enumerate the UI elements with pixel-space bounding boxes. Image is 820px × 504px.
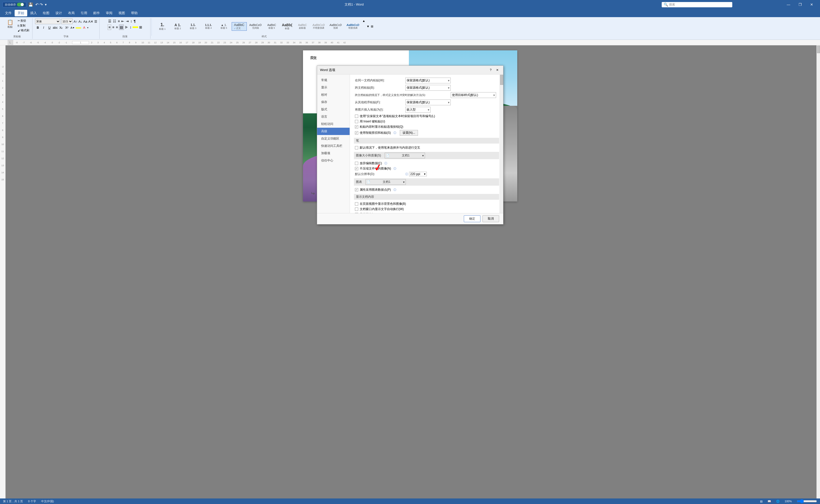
menu-references[interactable]: 引用 xyxy=(78,10,90,16)
increase-indent-button[interactable]: ⇥ xyxy=(125,19,129,24)
sidebar-item-proofing[interactable]: 校对 xyxy=(317,91,350,98)
cb-wrap[interactable] xyxy=(355,208,358,211)
bold-button[interactable]: B xyxy=(35,25,41,30)
menu-help[interactable]: 帮助 xyxy=(128,10,141,16)
save-icon[interactable]: 💾 xyxy=(28,2,33,7)
text-effect-button[interactable]: A✦ xyxy=(70,25,75,30)
dialog-help-button[interactable]: ? xyxy=(488,67,493,73)
menu-mailings[interactable]: 邮件 xyxy=(90,10,103,16)
same-doc-select[interactable]: 保留源格式(默认) ▾ xyxy=(405,78,451,83)
ruler-corner[interactable]: L xyxy=(10,41,11,44)
superscript-button[interactable]: X² xyxy=(64,25,70,30)
cb-pen[interactable] xyxy=(355,146,358,149)
font-color-button[interactable]: A xyxy=(81,25,87,30)
nocompress-info-icon[interactable]: ⓘ xyxy=(394,167,396,171)
menu-insert[interactable]: 插入 xyxy=(27,10,40,16)
font-color-arrow[interactable]: ▾ xyxy=(87,26,88,29)
style-title[interactable]: AaBb( 标题 xyxy=(280,22,295,31)
cut-button[interactable]: ✂ 剪切 xyxy=(17,19,30,23)
font-name-select[interactable]: 宋体 xyxy=(35,19,60,24)
sidebar-item-save[interactable]: 保存 xyxy=(317,98,350,106)
ok-button[interactable]: 确定 xyxy=(464,215,480,222)
sidebar-item-trustcenter[interactable]: 信任中心 xyxy=(317,157,350,164)
dialog-close-button[interactable]: ✕ xyxy=(495,67,500,73)
shading-button[interactable] xyxy=(132,26,138,28)
clear-format-icon[interactable]: A✕ xyxy=(88,20,93,23)
autosave-toggle[interactable]: 自动保存 xyxy=(3,2,26,7)
cb-datapoint[interactable] xyxy=(355,188,358,191)
undo-icon[interactable]: ↶ xyxy=(35,2,39,7)
borders-button[interactable]: ⊞ xyxy=(139,25,143,30)
justify-button[interactable]: ▤ xyxy=(119,24,124,30)
scrollbar-thumb[interactable] xyxy=(500,75,503,85)
cb-bg[interactable] xyxy=(355,202,358,206)
sidebar-item-advanced[interactable]: 高级 xyxy=(317,128,350,135)
setup-button[interactable]: 设置(N)... xyxy=(400,130,418,136)
style-subtle-em[interactable]: AaBbCcD 不明显强调 xyxy=(310,23,327,30)
decrease-indent-button[interactable]: ⇤ xyxy=(121,19,125,24)
sidebar-item-display[interactable]: 显示 xyxy=(317,84,350,91)
menu-review[interactable]: 审阅 xyxy=(103,10,115,16)
style-subtitle[interactable]: AaBbC 副标题 xyxy=(295,23,310,30)
sidebar-item-customize[interactable]: 自定义功能区 xyxy=(317,135,350,142)
menu-file[interactable]: 文件 xyxy=(2,10,15,16)
align-left-button[interactable]: ≡ xyxy=(108,24,111,30)
format-painter-button[interactable]: 🖌 格式刷 xyxy=(17,28,30,32)
sidebar-item-general[interactable]: 常规 xyxy=(317,77,350,84)
restore-button[interactable]: ❐ xyxy=(794,0,806,9)
change-case-icon[interactable]: Aa xyxy=(83,20,87,23)
redo-icon[interactable]: ↷ xyxy=(40,2,43,7)
cb-insert-key[interactable] xyxy=(355,120,358,123)
style-heading1[interactable]: 1. 标题 1 xyxy=(155,21,170,31)
doc-scrollbar[interactable] xyxy=(816,45,820,498)
style-intense-em[interactable]: AaBbCcD 明显强调 xyxy=(344,23,362,30)
sort-button[interactable]: ↕ xyxy=(130,19,132,24)
frame-info-icon[interactable]: ⓘ xyxy=(381,213,384,213)
sidebar-item-accessibility[interactable]: 轻松访问 xyxy=(317,120,350,128)
menu-design[interactable]: 设计 xyxy=(52,10,65,16)
discard-info-icon[interactable]: ⓘ xyxy=(384,161,387,165)
sidebar-item-language[interactable]: 语言 xyxy=(317,113,350,120)
numbering-button[interactable]: ☷ xyxy=(112,19,117,24)
cb-paste-options-btn[interactable] xyxy=(355,125,358,128)
customize-icon[interactable]: ▾ xyxy=(45,3,47,7)
image-doc-select[interactable]: 📄 文档1 ▾ xyxy=(385,153,425,158)
styles-scroll-down[interactable]: ▼ xyxy=(366,24,370,29)
sidebar-item-layout[interactable]: 版式 xyxy=(317,106,350,113)
font-size-select[interactable]: 10.5 xyxy=(61,19,73,24)
style-emphasis[interactable]: AaBbCcD 强调 xyxy=(327,23,344,30)
dpi-info-icon[interactable]: ⓘ xyxy=(405,172,408,176)
doc-page[interactable]: RIt ↵ Word 选项 ? ✕ xyxy=(303,50,517,499)
style-h5[interactable]: AaBbC 标题 5 xyxy=(264,23,279,30)
search-placeholder[interactable]: 搜索 xyxy=(669,3,675,7)
align-center-button[interactable]: ≡ xyxy=(112,25,115,30)
close-button[interactable]: ✕ xyxy=(806,0,817,9)
multilevel-button[interactable]: ≡ xyxy=(117,19,120,24)
cb-smart-cut[interactable] xyxy=(355,131,358,135)
doc-scrollbar-thumb[interactable] xyxy=(817,46,820,53)
smart-cut-info-icon[interactable]: ⓘ xyxy=(394,131,396,135)
subscript-button[interactable]: X₂ xyxy=(58,25,64,30)
align-right-button[interactable]: ≡ xyxy=(115,25,118,30)
strikethrough-button[interactable]: abc xyxy=(52,25,58,30)
style-heading4[interactable]: 1.1.1. 标题 4 xyxy=(201,23,216,30)
sidebar-item-quickaccess[interactable]: 快速访问工具栏 xyxy=(317,142,350,150)
style-heading2[interactable]: A 1. 标题 2 xyxy=(170,22,185,31)
zoom-slider[interactable] xyxy=(797,499,817,503)
minimize-button[interactable]: — xyxy=(783,0,794,9)
highlight-button[interactable] xyxy=(76,27,81,28)
dialog-scrollbar[interactable] xyxy=(500,75,503,213)
dpi-select[interactable]: 220 ppi ▾ xyxy=(409,172,427,176)
underline-button[interactable]: U xyxy=(47,25,52,30)
chart-doc-select[interactable]: 📄 文档1 ▾ xyxy=(366,179,406,185)
img-paste-select[interactable]: 嵌入型 ▾ xyxy=(405,107,431,113)
style-heading3[interactable]: 1.1. 标题 3 xyxy=(185,22,200,31)
styles-expand[interactable]: ⊞ xyxy=(370,24,374,29)
style-nospace[interactable]: AaBbCeD 无间隔 xyxy=(247,23,264,30)
font-settings-icon[interactable]: ☰ xyxy=(94,20,97,23)
menu-draw[interactable]: 绘图 xyxy=(40,10,52,16)
other-prog-select[interactable]: 保留源格式(默认) ▾ xyxy=(405,99,451,105)
cross-doc-style-select[interactable]: 使用目标样式(默认) ▾ xyxy=(451,92,496,98)
datapoint-info-icon[interactable]: ⓘ xyxy=(394,188,396,192)
cb-nocompress[interactable] xyxy=(355,167,358,170)
